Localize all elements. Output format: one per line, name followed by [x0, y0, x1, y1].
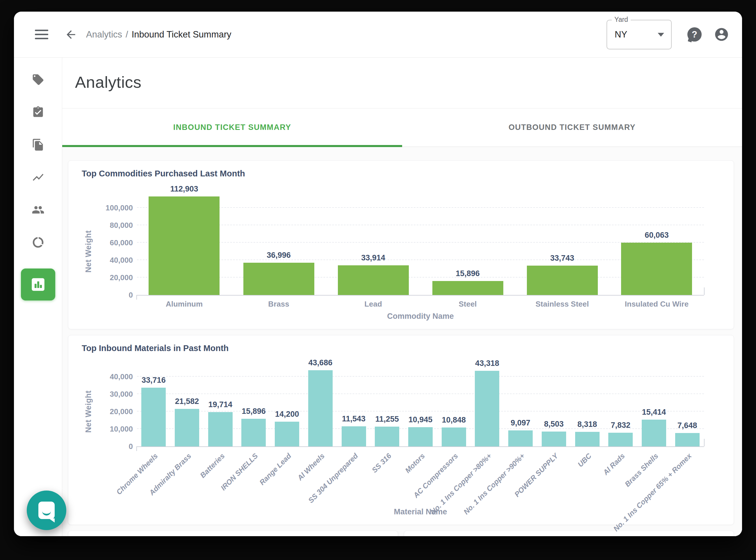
question-mark-glyph: ?	[692, 29, 697, 40]
bar[interactable]	[442, 427, 466, 446]
app-body: Analytics INBOUND TICKET SUMMARY OUTBOUN…	[14, 58, 742, 536]
top-app-bar: Analytics/Inbound Ticket Summary Yard NY…	[14, 12, 742, 58]
axis-tick	[136, 446, 137, 451]
x-category-label: Al Wheels	[296, 452, 326, 482]
bar-value-label: 36,996	[241, 251, 317, 260]
gridline	[137, 225, 704, 225]
gridline	[137, 242, 704, 243]
main-content: Analytics INBOUND TICKET SUMMARY OUTBOUN…	[62, 58, 742, 536]
bar[interactable]	[675, 433, 700, 446]
bar-value-label: 43,686	[283, 358, 358, 367]
bar-value-label: 112,903	[146, 184, 222, 194]
bar[interactable]	[308, 370, 333, 446]
y-tick-label: 30,000	[110, 390, 133, 398]
page-header: Analytics	[62, 58, 742, 108]
bar[interactable]	[575, 432, 600, 446]
sidebar-item-tasks[interactable]	[32, 106, 44, 119]
bar-value-label: 60,063	[619, 231, 694, 240]
x-category-label: Steel	[421, 300, 515, 308]
bar-value-label: 15,896	[430, 269, 506, 278]
bar[interactable]	[275, 422, 299, 446]
account-icon[interactable]	[714, 27, 729, 42]
bar[interactable]	[475, 371, 499, 446]
bar[interactable]	[241, 419, 266, 446]
bar[interactable]	[141, 388, 166, 446]
sidebar	[14, 58, 62, 536]
page-title: Analytics	[75, 73, 729, 92]
menu-icon[interactable]	[35, 27, 48, 42]
x-category-label: Range Lead	[258, 452, 293, 487]
yard-select[interactable]: Yard NY	[606, 20, 672, 49]
y-tick-label: 0	[129, 291, 133, 299]
gridline	[137, 376, 704, 377]
chart-title: Top Inbound Materials in Past Month	[82, 343, 721, 353]
y-tick-label: 60,000	[110, 239, 133, 246]
bar[interactable]	[342, 426, 366, 446]
sync-circle-icon	[32, 236, 44, 249]
x-category-label: Motors	[403, 452, 426, 475]
x-axis-title: Material Name	[137, 507, 704, 516]
chart-title: Top Commodities Purchased Last Month	[82, 169, 721, 178]
bar[interactable]	[542, 432, 566, 446]
axis-tick	[136, 295, 137, 300]
breadcrumb-current: Inbound Ticket Summary	[132, 29, 231, 40]
bar-value-label: 33,716	[116, 376, 191, 385]
breadcrumb: Analytics/Inbound Ticket Summary	[86, 29, 231, 40]
gridline	[137, 394, 704, 394]
x-category-label: UBC	[576, 452, 593, 469]
breadcrumb-parent[interactable]: Analytics	[86, 29, 122, 40]
x-category-label: No. 1 Ins Copper >80%+	[429, 452, 493, 516]
y-tick-label: 40,000	[110, 256, 133, 264]
tab-outbound-ticket-summary[interactable]: OUTBOUND TICKET SUMMARY	[402, 108, 742, 146]
bar[interactable]	[375, 427, 399, 446]
plot-area: 112,903Aluminum36,996Brass33,914Lead15,8…	[137, 208, 704, 295]
chat-launcher-button[interactable]	[27, 491, 66, 530]
documents-copy-icon	[32, 138, 44, 151]
sidebar-item-documents[interactable]	[32, 138, 44, 151]
bar[interactable]	[432, 281, 503, 295]
gridline	[137, 260, 704, 260]
bar[interactable]	[338, 265, 409, 295]
yard-select-value: NY	[615, 29, 627, 40]
app-window: Analytics/Inbound Ticket Summary Yard NY…	[14, 12, 742, 536]
bar[interactable]	[527, 266, 598, 295]
x-category-label: Aluminum	[138, 300, 231, 308]
tag-icon	[32, 73, 44, 86]
x-category-label: Insulated Cu Wire	[610, 300, 703, 308]
x-category-label: SS 316	[370, 452, 393, 474]
gridline	[137, 207, 704, 208]
chevron-down-icon	[658, 33, 664, 37]
commodities-bar-chart: Net Weight020,00040,00060,00080,000100,0…	[81, 180, 721, 325]
bar[interactable]	[621, 243, 692, 295]
y-tick-label: 20,000	[110, 274, 133, 281]
people-icon	[32, 203, 44, 216]
bar-value-label: 7,648	[650, 421, 725, 430]
materials-bar-chart: Net Weight010,00020,00030,00040,00033,71…	[81, 355, 721, 521]
plot-area: 33,716Chrome Wheels21,582Admiralty Brass…	[137, 377, 704, 446]
bar[interactable]	[175, 409, 199, 446]
x-category-label: Brass Shells	[623, 452, 660, 488]
tab-inbound-ticket-summary[interactable]: INBOUND TICKET SUMMARY	[62, 108, 402, 146]
trend-line-icon	[32, 171, 44, 184]
y-tick-label: 20,000	[110, 408, 133, 415]
bar[interactable]	[208, 412, 233, 446]
sidebar-item-analytics[interactable]	[21, 268, 55, 300]
bar[interactable]	[508, 431, 533, 446]
bar-value-label: 43,318	[449, 359, 525, 368]
axis-end-cap	[704, 439, 704, 446]
x-axis-line	[137, 295, 704, 296]
sidebar-item-sync[interactable]	[32, 236, 44, 249]
bar[interactable]	[408, 427, 433, 446]
bar[interactable]	[608, 433, 633, 446]
bar[interactable]	[244, 263, 314, 295]
sidebar-item-tags[interactable]	[32, 73, 44, 86]
dashboard-scroll-area[interactable]: Top Commodities Purchased Last Month Net…	[62, 147, 742, 536]
sidebar-item-trends[interactable]	[32, 171, 44, 184]
sidebar-item-customers[interactable]	[32, 203, 44, 216]
bar[interactable]	[149, 197, 219, 295]
axis-end-cap	[704, 287, 704, 295]
help-icon[interactable]: ?	[687, 27, 702, 42]
tab-bar: INBOUND TICKET SUMMARY OUTBOUND TICKET S…	[62, 108, 742, 147]
bar-value-label: 33,914	[335, 254, 411, 262]
back-arrow-icon[interactable]	[64, 28, 77, 41]
